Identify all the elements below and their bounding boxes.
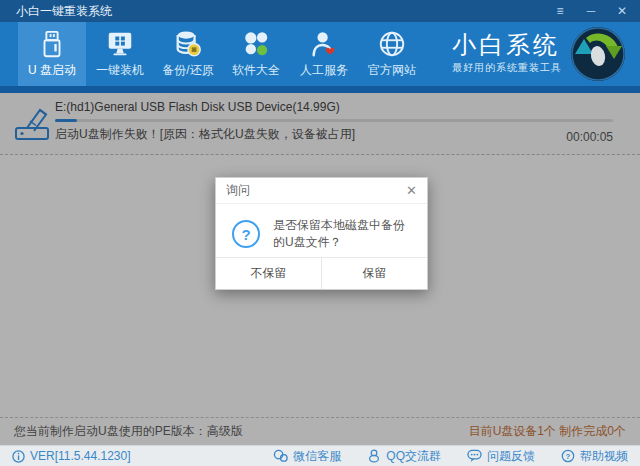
dialog-body: ? 是否保留本地磁盘中备份的U盘文件？ [216, 204, 427, 251]
nav-item-label: U 盘启动 [28, 62, 76, 79]
nav-bar: U 盘启动 一键装机 备份/还原 [0, 22, 640, 86]
nav-item-label: 备份/还原 [162, 62, 213, 79]
brand-text: 小白系统 最好用的系统重装工具 [452, 33, 562, 75]
confirm-dialog: 询问 ✕ ? 是否保留本地磁盘中备份的U盘文件？ 不保留 保留 [215, 177, 428, 290]
dialog-close-icon[interactable]: ✕ [406, 183, 417, 198]
feedback-icon [467, 449, 482, 463]
monitor-icon [105, 29, 135, 59]
version-text: VER[11.5.44.1230] [30, 449, 131, 463]
menu-icon[interactable]: ≡ [552, 0, 568, 22]
help-video-icon: ? [561, 449, 575, 463]
nav-item-label: 官方网站 [368, 62, 416, 79]
close-icon[interactable]: ✕ [614, 0, 630, 22]
nav-item-usb-boot[interactable]: U 盘启动 [18, 22, 86, 86]
qq-group-link[interactable]: QQ交流群 [367, 448, 441, 465]
nav-item-label: 软件大全 [232, 62, 280, 79]
support-person-icon [309, 29, 339, 59]
svg-text:?: ? [566, 452, 571, 461]
nav-item-software[interactable]: 软件大全 [222, 22, 290, 86]
footer-links: 微信客服 QQ交流群 问题反馈 [273, 448, 628, 465]
keep-button[interactable]: 保留 [322, 258, 427, 289]
question-icon: ? [232, 220, 260, 248]
brand-logo-icon [570, 26, 626, 82]
minimize-icon[interactable]: ─ [583, 0, 599, 22]
wechat-support-link[interactable]: 微信客服 [273, 448, 341, 465]
nav-divider-strip [0, 86, 640, 93]
dont-keep-button[interactable]: 不保留 [216, 258, 322, 289]
footer-bar: VER[11.5.44.1230] 微信客服 QQ交流群 [0, 445, 640, 466]
dialog-message: 是否保留本地磁盘中备份的U盘文件？ [273, 217, 411, 251]
nav-item-official-site[interactable]: 官方网站 [358, 22, 426, 86]
footer-link-label: QQ交流群 [386, 448, 441, 465]
dialog-title: 询问 [226, 182, 250, 199]
backup-restore-icon [173, 29, 203, 59]
help-video-link[interactable]: ? 帮助视频 [561, 448, 628, 465]
window-title: 小白一键重装系统 [16, 3, 112, 20]
nav-item-label: 人工服务 [300, 62, 348, 79]
window-controls: ≡ ─ ✕ [552, 0, 630, 22]
nav-item-backup-restore[interactable]: 备份/还原 [154, 22, 222, 86]
dialog-footer: 不保留 保留 [216, 257, 427, 289]
info-icon [12, 450, 25, 463]
globe-icon [377, 29, 407, 59]
software-clover-icon [241, 29, 271, 59]
version-info: VER[11.5.44.1230] [12, 449, 131, 463]
brand-slogan: 最好用的系统重装工具 [452, 61, 562, 75]
wechat-icon [273, 449, 288, 463]
nav-item-one-key-install[interactable]: 一键装机 [86, 22, 154, 86]
app-window: 小白一键重装系统 ≡ ─ ✕ U 盘启动 [0, 0, 640, 466]
brand-area: 小白系统 最好用的系统重装工具 [452, 22, 626, 86]
nav-item-label: 一键装机 [96, 62, 144, 79]
qq-icon [367, 449, 381, 463]
footer-link-label: 微信客服 [293, 448, 341, 465]
content-area: E:(hd1)General USB Flash Disk USB Device… [0, 93, 640, 445]
footer-link-label: 帮助视频 [580, 448, 628, 465]
dialog-title-bar: 询问 ✕ [216, 178, 427, 204]
brand-name: 小白系统 [452, 33, 562, 57]
feedback-link[interactable]: 问题反馈 [467, 448, 535, 465]
title-bar: 小白一键重装系统 ≡ ─ ✕ [0, 0, 640, 22]
footer-link-label: 问题反馈 [487, 448, 535, 465]
usb-drive-icon [37, 29, 67, 59]
nav-item-support[interactable]: 人工服务 [290, 22, 358, 86]
